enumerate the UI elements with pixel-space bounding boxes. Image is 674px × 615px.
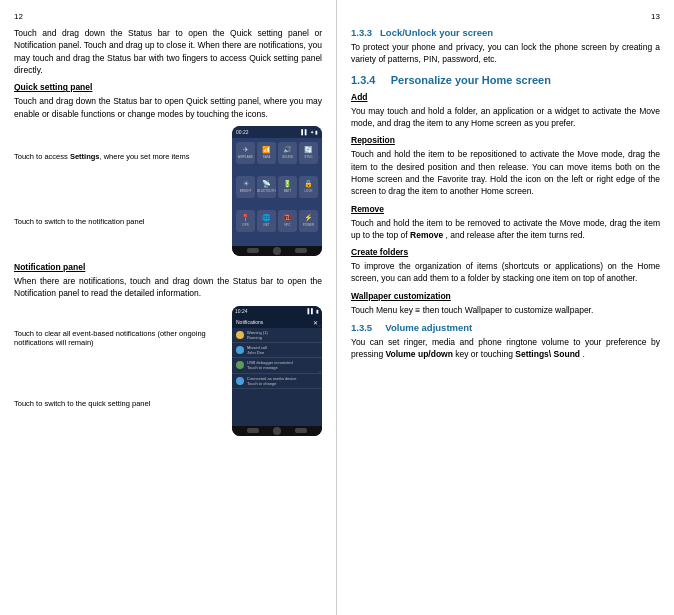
section-133-heading: 1.3.3 Lock/Unlock your screen	[351, 27, 660, 38]
menu-btn	[295, 248, 307, 253]
notif-icon-4	[236, 377, 244, 385]
callout1: Touch to access Settings, where you set …	[14, 152, 226, 162]
notif-item-4: Connected as media deviceTouch to change	[232, 374, 322, 389]
page-number-left: 12	[14, 12, 322, 21]
notif-text-4: Connected as media deviceTouch to change	[247, 376, 296, 386]
grid-cell: 📡BLUETOOTH	[257, 176, 276, 198]
quick-panel-section: Quick setting panel Touch and drag down …	[14, 82, 322, 120]
callout4: Touch to switch to the quick setting pan…	[14, 399, 226, 409]
create-heading: Create folders	[351, 247, 660, 257]
arrow-4: ←	[317, 366, 324, 376]
callout-labels-right: Touch to clear all event-based notificat…	[14, 306, 226, 436]
wallpaper-text-1: Touch Menu key	[351, 305, 413, 315]
volume-bold-3: Sound	[554, 349, 580, 359]
section-134: 1.3.4 Personalize your Home screen Add Y…	[351, 74, 660, 316]
notif-time: 10:24	[235, 308, 248, 314]
reposition-section: Reposition Touch and hold the item to be…	[351, 135, 660, 197]
section-135: 1.3.5 Volume adjustment You can set ring…	[351, 322, 660, 361]
wallpaper-text-2: then touch Wallpaper to customize wallpa…	[423, 305, 594, 315]
arrow-1: ←	[317, 138, 324, 145]
grid-cell: 🔊SOUND	[278, 142, 297, 164]
remove-text-after: , and release after the item turns red.	[446, 230, 585, 240]
home-btn-2	[273, 427, 281, 435]
notif-text-2: Missed callJohn Doe	[247, 345, 267, 355]
add-text: You may touch and hold a folder, an appl…	[351, 105, 660, 130]
volume-bold-2: Settings\	[515, 349, 551, 359]
grid-cell: 📵NFC	[278, 210, 297, 232]
phone-time-1: 00:22	[236, 129, 249, 135]
volume-text: You can set ringer, media and phone ring…	[351, 336, 660, 361]
reposition-text: Touch and hold the item to be reposition…	[351, 148, 660, 197]
wallpaper-heading: Wallpaper customization	[351, 291, 660, 301]
section-133: 1.3.3 Lock/Unlock your screen To protect…	[351, 27, 660, 66]
status-bar-1: 00:22 ▌▌ ✦ ▮	[232, 126, 322, 138]
bottom-bar-2	[232, 426, 322, 436]
home-btn	[273, 247, 281, 255]
notif-text-3: USB debugger connectedTouch to manage	[247, 360, 293, 370]
grid-cell: 🔄SYNC	[299, 142, 318, 164]
notif-icon-2	[236, 346, 244, 354]
notification-phone: 10:24 ▌▌ ▮ Notifications ✕ Warning (1)Ru…	[232, 306, 322, 436]
notif-text-1: Warning (1)Running	[247, 330, 268, 340]
grid-cell: ☀BRIGHT	[236, 176, 255, 198]
callout3-text: Touch to clear all event-based notificat…	[14, 329, 206, 348]
grid-cell: 🔋BATT	[278, 176, 297, 198]
section-135-num: 1.3.5	[351, 322, 372, 333]
quick-panel-phone: 00:22 ▌▌ ✦ ▮ ✈AIRPLANE 📶DATA 🔊SOUND 🔄SYN…	[232, 126, 322, 256]
reposition-heading: Reposition	[351, 135, 660, 145]
remove-text: Touch and hold the item to be removed to…	[351, 217, 660, 242]
wallpaper-icon: ≡	[415, 305, 420, 315]
volume-text-2: key or touching	[455, 349, 513, 359]
phone-screen-1: 00:22 ▌▌ ✦ ▮ ✈AIRPLANE 📶DATA 🔊SOUND 🔄SYN…	[232, 126, 322, 256]
remove-bold: Remove	[410, 230, 443, 240]
quick-panel-heading: Quick setting panel	[14, 82, 322, 92]
notif-item-3: USB debugger connectedTouch to manage	[232, 358, 322, 373]
notif-header: Notifications ✕	[232, 317, 322, 328]
callout4-text: Touch to switch to the quick setting pan…	[14, 399, 150, 408]
notif-icon-1	[236, 331, 244, 339]
grid-cell: ⚡POWER	[299, 210, 318, 232]
add-heading: Add	[351, 92, 660, 102]
notification-text: When there are notifications, touch and …	[14, 275, 322, 300]
notif-title: Notifications	[236, 319, 263, 325]
quick-panel-callout: Touch to access Settings, where you set …	[14, 126, 322, 256]
grid-cell: 📶DATA	[257, 142, 276, 164]
notification-section: Notification panel When there are notifi…	[14, 262, 322, 300]
notif-status-icons: ▌▌ ▮	[308, 308, 319, 314]
grid-cell: 🔒LOCK	[299, 176, 318, 198]
grid-cell: 🌐NET	[257, 210, 276, 232]
section-134-num: 1.3.4	[351, 74, 375, 86]
add-section: Add You may touch and hold a folder, an …	[351, 92, 660, 130]
notification-heading: Notification panel	[14, 262, 322, 272]
grid-cell: ✈AIRPLANE	[236, 142, 255, 164]
create-text: To improve the organization of items (sh…	[351, 260, 660, 285]
create-section: Create folders To improve the organizati…	[351, 247, 660, 285]
callout3: Touch to clear all event-based notificat…	[14, 329, 226, 349]
callout-labels-left: Touch to access Settings, where you set …	[14, 126, 226, 256]
notif-item-1: Warning (1)Running	[232, 328, 322, 343]
notification-callout: Touch to clear all event-based notificat…	[14, 306, 322, 436]
bottom-bar-1	[232, 246, 322, 256]
volume-bold-1: Volume up/down	[386, 349, 453, 359]
menu-btn-2	[295, 428, 307, 433]
section-134-heading: 1.3.4 Personalize your Home screen	[351, 74, 660, 86]
section-133-num: 1.3.3	[351, 27, 372, 38]
notif-screen: 10:24 ▌▌ ▮ Notifications ✕ Warning (1)Ru…	[232, 306, 322, 436]
wallpaper-text: Touch Menu key ≡ then touch Wallpaper to…	[351, 304, 660, 316]
right-page: 13 1.3.3 Lock/Unlock your screen To prot…	[337, 0, 674, 615]
status-icons-1: ▌▌ ✦ ▮	[301, 129, 318, 135]
section-133-text: To protect your phone and privacy, you c…	[351, 41, 660, 66]
remove-section: Remove Touch and hold the item to be rem…	[351, 204, 660, 242]
section-133-title: Lock/Unlock your screen	[380, 27, 493, 38]
notification-phone-wrapper: 10:24 ▌▌ ▮ Notifications ✕ Warning (1)Ru…	[232, 306, 322, 436]
back-btn-2	[247, 428, 259, 433]
phone-mockup-1: 00:22 ▌▌ ✦ ▮ ✈AIRPLANE 📶DATA 🔊SOUND 🔄SYN…	[232, 126, 322, 256]
section-134-title: Personalize your Home screen	[391, 74, 551, 86]
wallpaper-section: Wallpaper customization Touch Menu key ≡…	[351, 291, 660, 316]
volume-text-3: .	[582, 349, 584, 359]
notif-item-2: Missed callJohn Doe	[232, 343, 322, 358]
back-btn	[247, 248, 259, 253]
intro-text: Touch and drag down the Status bar to op…	[14, 27, 322, 76]
page-number-right: 13	[351, 12, 660, 21]
notif-status-bar: 10:24 ▌▌ ▮	[232, 306, 322, 317]
